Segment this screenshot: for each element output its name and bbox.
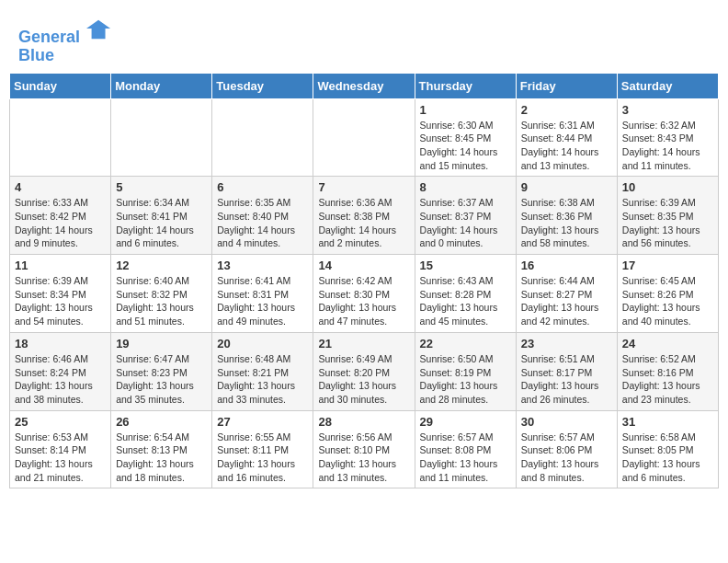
day-number: 17 <box>622 259 713 272</box>
day-number: 23 <box>521 337 612 350</box>
calendar-cell <box>10 98 111 177</box>
day-number: 8 <box>420 180 511 194</box>
calendar-week-row: 4Sunrise: 6:33 AM Sunset: 8:42 PM Daylig… <box>10 177 719 255</box>
calendar-cell: 4Sunrise: 6:33 AM Sunset: 8:42 PM Daylig… <box>10 177 111 255</box>
day-number: 19 <box>116 337 207 350</box>
day-number: 3 <box>622 103 713 117</box>
day-info: Sunrise: 6:39 AM Sunset: 8:35 PM Dayligh… <box>622 196 713 250</box>
calendar-cell: 10Sunrise: 6:39 AM Sunset: 8:35 PM Dayli… <box>617 177 718 255</box>
calendar-cell: 1Sunrise: 6:30 AM Sunset: 8:45 PM Daylig… <box>415 98 516 177</box>
calendar-cell: 11Sunrise: 6:39 AM Sunset: 8:34 PM Dayli… <box>10 255 111 333</box>
day-info: Sunrise: 6:43 AM Sunset: 8:28 PM Dayligh… <box>420 274 511 328</box>
day-number: 5 <box>116 180 207 194</box>
day-info: Sunrise: 6:45 AM Sunset: 8:26 PM Dayligh… <box>622 274 713 328</box>
calendar-day-header: Saturday <box>617 73 718 98</box>
day-number: 12 <box>116 259 207 272</box>
calendar-cell: 20Sunrise: 6:48 AM Sunset: 8:21 PM Dayli… <box>212 332 313 410</box>
calendar-cell: 24Sunrise: 6:52 AM Sunset: 8:16 PM Dayli… <box>617 332 718 410</box>
day-info: Sunrise: 6:51 AM Sunset: 8:17 PM Dayligh… <box>521 352 612 407</box>
calendar-cell: 16Sunrise: 6:44 AM Sunset: 8:27 PM Dayli… <box>516 255 617 333</box>
calendar-cell: 27Sunrise: 6:55 AM Sunset: 8:11 PM Dayli… <box>212 410 313 488</box>
logo-text: General Blue <box>18 17 112 65</box>
day-info: Sunrise: 6:48 AM Sunset: 8:21 PM Dayligh… <box>217 352 308 407</box>
day-info: Sunrise: 6:40 AM Sunset: 8:32 PM Dayligh… <box>116 274 207 328</box>
calendar-cell: 5Sunrise: 6:34 AM Sunset: 8:41 PM Daylig… <box>111 177 212 255</box>
day-number: 11 <box>15 259 106 272</box>
day-info: Sunrise: 6:42 AM Sunset: 8:30 PM Dayligh… <box>318 274 409 328</box>
day-info: Sunrise: 6:35 AM Sunset: 8:40 PM Dayligh… <box>217 196 308 250</box>
calendar-header: SundayMondayTuesdayWednesdayThursdayFrid… <box>10 73 719 98</box>
day-info: Sunrise: 6:30 AM Sunset: 8:45 PM Dayligh… <box>420 119 511 173</box>
day-info: Sunrise: 6:56 AM Sunset: 8:10 PM Dayligh… <box>318 431 409 485</box>
calendar-day-header: Friday <box>516 73 617 98</box>
day-number: 7 <box>318 180 409 194</box>
logo: General Blue <box>18 17 112 65</box>
day-info: Sunrise: 6:41 AM Sunset: 8:31 PM Dayligh… <box>217 274 308 328</box>
day-info: Sunrise: 6:58 AM Sunset: 8:05 PM Dayligh… <box>622 431 713 485</box>
day-info: Sunrise: 6:31 AM Sunset: 8:44 PM Dayligh… <box>521 119 612 173</box>
calendar-cell: 25Sunrise: 6:53 AM Sunset: 8:14 PM Dayli… <box>10 410 111 488</box>
day-number: 22 <box>420 337 511 350</box>
calendar-header-row: SundayMondayTuesdayWednesdayThursdayFrid… <box>10 73 719 98</box>
day-info: Sunrise: 6:37 AM Sunset: 8:37 PM Dayligh… <box>420 196 511 250</box>
day-number: 24 <box>622 337 713 350</box>
calendar-day-header: Wednesday <box>313 73 415 98</box>
day-number: 4 <box>15 180 106 194</box>
calendar-cell: 31Sunrise: 6:58 AM Sunset: 8:05 PM Dayli… <box>617 410 718 488</box>
day-number: 30 <box>521 415 612 429</box>
day-info: Sunrise: 6:34 AM Sunset: 8:41 PM Dayligh… <box>116 196 207 250</box>
calendar-day-header: Tuesday <box>212 73 313 98</box>
calendar-week-row: 11Sunrise: 6:39 AM Sunset: 8:34 PM Dayli… <box>10 255 719 333</box>
logo-icon <box>86 17 112 42</box>
calendar-cell: 9Sunrise: 6:38 AM Sunset: 8:36 PM Daylig… <box>516 177 617 255</box>
day-number: 21 <box>318 337 409 350</box>
svg-marker-0 <box>86 20 110 40</box>
day-info: Sunrise: 6:33 AM Sunset: 8:42 PM Dayligh… <box>15 196 106 250</box>
day-info: Sunrise: 6:38 AM Sunset: 8:36 PM Dayligh… <box>521 196 612 250</box>
calendar-week-row: 25Sunrise: 6:53 AM Sunset: 8:14 PM Dayli… <box>10 410 719 488</box>
calendar-day-header: Sunday <box>10 73 111 98</box>
day-number: 27 <box>217 415 308 429</box>
calendar-cell: 22Sunrise: 6:50 AM Sunset: 8:19 PM Dayli… <box>415 332 516 410</box>
calendar: SundayMondayTuesdayWednesdayThursdayFrid… <box>9 73 719 489</box>
calendar-cell: 3Sunrise: 6:32 AM Sunset: 8:43 PM Daylig… <box>617 98 718 177</box>
day-number: 16 <box>521 259 612 272</box>
day-info: Sunrise: 6:39 AM Sunset: 8:34 PM Dayligh… <box>15 274 106 328</box>
calendar-day-header: Monday <box>111 73 212 98</box>
day-info: Sunrise: 6:57 AM Sunset: 8:06 PM Dayligh… <box>521 431 612 485</box>
day-number: 6 <box>217 180 308 194</box>
calendar-cell: 29Sunrise: 6:57 AM Sunset: 8:08 PM Dayli… <box>415 410 516 488</box>
calendar-cell: 6Sunrise: 6:35 AM Sunset: 8:40 PM Daylig… <box>212 177 313 255</box>
day-number: 2 <box>521 103 612 117</box>
day-number: 10 <box>622 180 713 194</box>
day-number: 14 <box>318 259 409 272</box>
calendar-cell: 23Sunrise: 6:51 AM Sunset: 8:17 PM Dayli… <box>516 332 617 410</box>
day-info: Sunrise: 6:52 AM Sunset: 8:16 PM Dayligh… <box>622 352 713 407</box>
day-number: 13 <box>217 259 308 272</box>
calendar-cell <box>313 98 415 177</box>
calendar-cell: 13Sunrise: 6:41 AM Sunset: 8:31 PM Dayli… <box>212 255 313 333</box>
calendar-cell: 14Sunrise: 6:42 AM Sunset: 8:30 PM Dayli… <box>313 255 415 333</box>
day-info: Sunrise: 6:57 AM Sunset: 8:08 PM Dayligh… <box>420 431 511 485</box>
day-info: Sunrise: 6:47 AM Sunset: 8:23 PM Dayligh… <box>116 352 207 407</box>
calendar-cell: 12Sunrise: 6:40 AM Sunset: 8:32 PM Dayli… <box>111 255 212 333</box>
day-info: Sunrise: 6:46 AM Sunset: 8:24 PM Dayligh… <box>15 352 106 407</box>
calendar-cell: 28Sunrise: 6:56 AM Sunset: 8:10 PM Dayli… <box>313 410 415 488</box>
calendar-cell: 17Sunrise: 6:45 AM Sunset: 8:26 PM Dayli… <box>617 255 718 333</box>
calendar-cell: 8Sunrise: 6:37 AM Sunset: 8:37 PM Daylig… <box>415 177 516 255</box>
day-number: 18 <box>15 337 106 350</box>
day-number: 20 <box>217 337 308 350</box>
day-number: 28 <box>318 415 409 429</box>
calendar-week-row: 18Sunrise: 6:46 AM Sunset: 8:24 PM Dayli… <box>10 332 719 410</box>
day-info: Sunrise: 6:54 AM Sunset: 8:13 PM Dayligh… <box>116 431 207 485</box>
calendar-cell: 26Sunrise: 6:54 AM Sunset: 8:13 PM Dayli… <box>111 410 212 488</box>
calendar-cell: 7Sunrise: 6:36 AM Sunset: 8:38 PM Daylig… <box>313 177 415 255</box>
day-info: Sunrise: 6:36 AM Sunset: 8:38 PM Dayligh… <box>318 196 409 250</box>
day-number: 29 <box>420 415 511 429</box>
day-number: 9 <box>521 180 612 194</box>
day-info: Sunrise: 6:50 AM Sunset: 8:19 PM Dayligh… <box>420 352 511 407</box>
day-number: 1 <box>420 103 511 117</box>
day-info: Sunrise: 6:49 AM Sunset: 8:20 PM Dayligh… <box>318 352 409 407</box>
day-info: Sunrise: 6:53 AM Sunset: 8:14 PM Dayligh… <box>15 431 106 485</box>
calendar-cell: 21Sunrise: 6:49 AM Sunset: 8:20 PM Dayli… <box>313 332 415 410</box>
